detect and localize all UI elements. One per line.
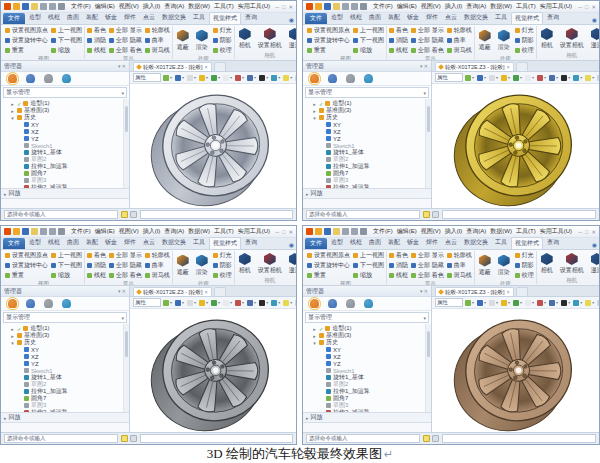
replay-section[interactable]: ▸ 回放 <box>303 412 431 422</box>
status-field[interactable] <box>140 434 293 443</box>
cube-icon[interactable] <box>549 75 555 81</box>
view-preset-field[interactable]: 属性 <box>435 73 463 82</box>
ribbon-item-设置旋转中心[interactable]: 设置旋转中心 <box>5 261 48 270</box>
ribbon-button-设置相机[interactable]: 设置相机 <box>558 253 586 275</box>
document-tab[interactable]: 轮毂-X01T2E.Z3 - [轮毂] × <box>435 62 514 71</box>
wireframe-icon[interactable] <box>187 75 193 81</box>
maximize-button[interactable]: □ <box>282 4 285 10</box>
ribbon-item-下一视图[interactable]: 下一视图 <box>353 36 384 45</box>
ribbon-tab-数据交换[interactable]: 数据交换 <box>159 237 189 249</box>
ribbon-item-缩放[interactable]: 缩放 <box>353 46 384 55</box>
wireframe-icon[interactable] <box>489 75 495 81</box>
app-logo-icon[interactable] <box>4 3 11 10</box>
menu-item-4[interactable]: 查询(A) <box>466 227 486 236</box>
command-list-icon[interactable] <box>432 435 439 442</box>
tree-filter-dropdown[interactable]: 显示管理 ▾ <box>3 312 127 323</box>
ribbon-item-线框[interactable]: 线框 <box>87 46 106 55</box>
tree-item[interactable]: YZ <box>305 360 425 367</box>
view-orient-icon[interactable] <box>477 75 483 81</box>
history-manager-icon[interactable] <box>8 299 17 308</box>
view-orient-icon[interactable] <box>477 300 483 306</box>
background-icon[interactable] <box>211 75 217 81</box>
print-icon[interactable] <box>360 3 367 10</box>
menu-item-2[interactable]: 视图(V) <box>119 227 139 236</box>
tree-item[interactable]: ▸基准面(3) <box>3 107 123 114</box>
maximize-button[interactable]: □ <box>282 229 285 235</box>
tree-item[interactable]: XZ <box>305 353 425 360</box>
menu-item-4[interactable]: 查询(A) <box>164 2 184 11</box>
ribbon-item-灯光[interactable]: 灯光 <box>213 251 232 260</box>
ribbon-button-遮蔽[interactable]: 遮蔽 <box>477 255 493 277</box>
grid-icon[interactable] <box>283 75 289 81</box>
scrollbar-thumb[interactable] <box>125 106 128 132</box>
shade-mode-icon[interactable] <box>465 75 471 81</box>
ribbon-button-相机[interactable]: 相机 <box>237 253 253 275</box>
ribbon-item-缩放[interactable]: 缩放 <box>51 46 82 55</box>
view-manager-icon[interactable] <box>346 74 355 83</box>
ribbon-item-重置[interactable]: 重置 <box>307 271 350 280</box>
menu-item-5[interactable]: 数据(W) <box>490 2 512 11</box>
visual-manager-icon[interactable] <box>62 299 71 308</box>
ribbon-button-渲染[interactable]: 渲染 <box>194 30 210 52</box>
globe-icon[interactable] <box>573 75 579 81</box>
monitor-icon[interactable] <box>561 300 567 306</box>
tab-close-icon[interactable]: × <box>507 289 510 295</box>
menu-item-3[interactable]: 插入(I) <box>445 227 463 236</box>
menu-item-7[interactable]: 实用工具(U) <box>540 227 572 236</box>
grid-icon[interactable] <box>283 300 289 306</box>
ribbon-tab-钣金[interactable]: 钣金 <box>102 237 120 249</box>
assembly-manager-icon[interactable] <box>328 299 337 308</box>
save-icon[interactable] <box>22 228 29 235</box>
ribbon-item-轮廓线[interactable]: 轮廓线 <box>145 26 170 35</box>
ribbon-tab-数据交换[interactable]: 数据交换 <box>159 12 189 24</box>
panel-header-buttons[interactable]: ▾ ✕ <box>420 63 428 69</box>
dot-icon[interactable] <box>597 75 599 81</box>
ribbon-item-全部 着色[interactable]: 全部 着色 <box>411 46 444 55</box>
prompt-history-icon[interactable] <box>423 211 430 218</box>
ribbon-tab-查询[interactable]: 查询 <box>242 12 260 24</box>
ribbon-item-上一视图[interactable]: 上一视图 <box>353 26 384 35</box>
ribbon-item-轮廓线[interactable]: 轮廓线 <box>447 251 472 260</box>
ribbon-item-设置视图原点[interactable]: 设置视图原点 <box>307 26 350 35</box>
tree-item[interactable]: 拉伸2_减运算 <box>3 184 123 188</box>
app-logo-icon[interactable] <box>306 3 313 10</box>
tree-scrollbar[interactable] <box>425 324 431 412</box>
cube-icon[interactable] <box>247 75 253 81</box>
tree-item[interactable]: 拉伸2_减运算 <box>305 184 425 188</box>
ribbon-item-上一视图[interactable]: 上一视图 <box>51 26 82 35</box>
ribbon-item-全部 着色[interactable]: 全部 着色 <box>109 46 142 55</box>
ribbon-tab-焊件[interactable]: 焊件 <box>423 237 441 249</box>
ribbon-item-着色[interactable]: 着色 <box>87 26 106 35</box>
document-tab[interactable]: 轮毂-X01T2E.Z3 - [轮毂] × <box>133 287 212 296</box>
open-icon[interactable] <box>333 3 340 10</box>
minimize-button[interactable]: ─ <box>578 4 582 10</box>
view-preset-field[interactable]: 属性 <box>435 298 463 307</box>
tree-item[interactable]: YZ <box>305 135 425 142</box>
ribbon-item-线框[interactable]: 线框 <box>389 271 408 280</box>
command-prompt[interactable]: 选择命令或输入 <box>4 434 118 443</box>
ribbon-tab-装配[interactable]: 装配 <box>83 237 101 249</box>
prompt-history-icon[interactable] <box>121 211 128 218</box>
command-prompt[interactable]: 选择命令或输入 <box>306 434 420 443</box>
ribbon-tab-视觉样式[interactable]: 视觉样式 <box>511 237 543 249</box>
menu-item-0[interactable]: 文件(F) <box>373 2 393 11</box>
ribbon-item-纹理[interactable]: 纹理 <box>515 271 534 280</box>
ribbon-tab-查询[interactable]: 查询 <box>544 12 562 24</box>
ribbon-item-设置视图原点[interactable]: 设置视图原点 <box>5 251 48 260</box>
view-preset-field[interactable]: 属性 <box>133 73 161 82</box>
document-tab[interactable]: 轮毂-X01T2E.Z3 - [轮毂] × <box>133 62 212 71</box>
undo-icon[interactable] <box>342 228 349 235</box>
status-field[interactable] <box>442 434 596 443</box>
menu-item-7[interactable]: 实用工具(U) <box>540 2 572 11</box>
menu-item-5[interactable]: 数据(W) <box>188 227 210 236</box>
ribbon-tab-钣金[interactable]: 钣金 <box>102 12 120 24</box>
menu-item-1[interactable]: 编辑(E) <box>95 227 115 236</box>
status-field[interactable] <box>442 210 596 219</box>
menu-item-3[interactable]: 插入(I) <box>143 2 161 11</box>
tree-item[interactable]: 旋转1_基体 <box>3 149 123 156</box>
command-list-icon[interactable] <box>130 211 137 218</box>
ribbon-item-线框[interactable]: 线框 <box>87 271 106 280</box>
file-tab[interactable]: 文件 <box>3 13 25 24</box>
ribbon-item-全部 显示[interactable]: 全部 显示 <box>109 26 142 35</box>
ribbon-button-相机[interactable]: 相机 <box>539 28 555 50</box>
